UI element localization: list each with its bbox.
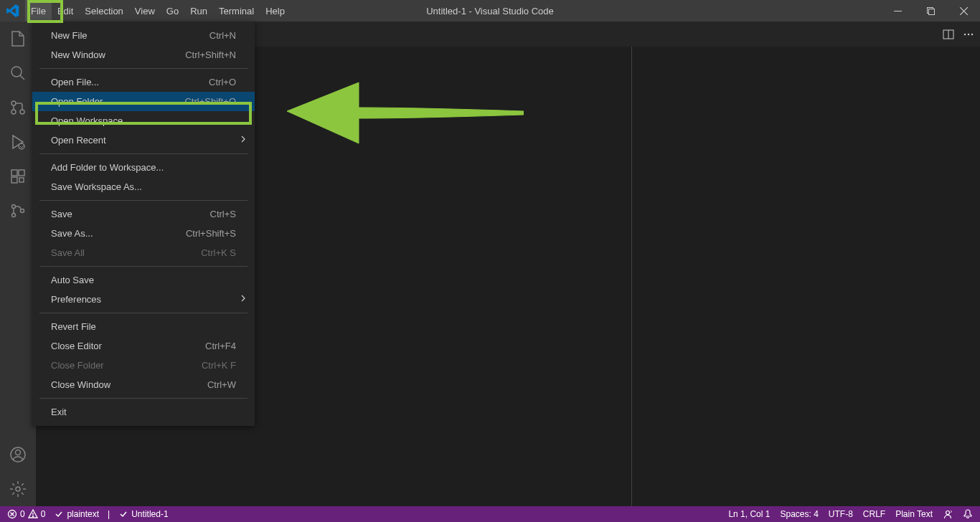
status-notifications-icon[interactable]	[963, 509, 973, 519]
errors-count: 0	[20, 509, 25, 519]
svg-point-17	[16, 487, 20, 491]
activity-search[interactable]	[0, 56, 36, 90]
menubar-item-edit[interactable]: Edit	[52, 0, 79, 22]
status-file[interactable]: Untitled-1	[118, 509, 168, 519]
menu-auto-save[interactable]: Auto Save	[32, 270, 255, 290]
menu-item-label: Open Workspace...	[51, 115, 131, 126]
menu-item-label: Close Window	[51, 379, 110, 390]
menubar-item-selection[interactable]: Selection	[79, 0, 128, 22]
vscode-logo-icon	[0, 4, 25, 17]
menu-revert-file[interactable]: Revert File	[32, 317, 255, 336]
minimize-button[interactable]	[881, 0, 914, 22]
menu-preferences[interactable]: Preferences	[32, 290, 255, 309]
menu-item-label: Exit	[51, 407, 67, 417]
menubar: File Edit Selection View Go Run Terminal…	[25, 0, 291, 22]
language-mode-label: plaintext	[67, 509, 99, 519]
maximize-button[interactable]	[914, 0, 947, 22]
close-button[interactable]	[947, 0, 980, 22]
menu-separator	[39, 200, 248, 201]
status-problems[interactable]: 0 0	[7, 509, 45, 519]
menu-item-label: Close Folder	[51, 360, 104, 371]
activity-explorer[interactable]	[0, 22, 36, 56]
menu-close-editor[interactable]: Close Editor Ctrl+F4	[32, 336, 255, 356]
status-feedback-icon[interactable]	[943, 509, 953, 519]
menu-open-recent[interactable]: Open Recent	[32, 130, 255, 150]
svg-point-12	[12, 205, 16, 209]
menu-close-folder: Close Folder Ctrl+K F	[32, 356, 255, 375]
menu-open-workspace[interactable]: Open Workspace...	[32, 111, 255, 130]
svg-point-21	[968, 33, 969, 34]
status-spaces[interactable]: Spaces: 4	[780, 509, 818, 519]
window-controls	[881, 0, 980, 22]
svg-point-20	[964, 33, 966, 34]
menu-item-shortcut: Ctrl+Shift+S	[186, 228, 236, 239]
menu-item-label: Close Editor	[51, 341, 102, 351]
menu-separator	[39, 153, 248, 154]
menu-exit[interactable]: Exit	[32, 402, 255, 422]
svg-point-7	[19, 143, 24, 149]
status-filetype[interactable]: Plain Text	[895, 509, 933, 519]
menu-add-folder-workspace[interactable]: Add Folder to Workspace...	[32, 158, 255, 177]
menubar-item-help[interactable]: Help	[260, 0, 291, 22]
svg-point-4	[11, 101, 16, 105]
menu-save-all: Save All Ctrl+K S	[32, 243, 255, 262]
svg-point-25	[32, 516, 33, 517]
status-encoding[interactable]: UTF-8	[829, 509, 853, 519]
activity-source-control[interactable]	[0, 90, 36, 125]
menu-item-label: Open Folder...	[51, 96, 110, 107]
activity-bar	[0, 22, 36, 506]
menu-item-shortcut: Ctrl+Shift+O	[184, 96, 236, 107]
svg-rect-8	[11, 170, 17, 176]
svg-point-13	[12, 214, 16, 217]
svg-point-22	[971, 33, 973, 34]
chevron-right-icon	[239, 135, 248, 146]
menu-item-shortcut: Ctrl+F4	[205, 341, 236, 351]
status-eol[interactable]: CRLF	[863, 509, 885, 519]
activity-source-control-2[interactable]	[0, 194, 36, 228]
file-label: Untitled-1	[131, 509, 168, 519]
activity-settings[interactable]	[0, 472, 36, 506]
file-dropdown-menu: New File Ctrl+N New Window Ctrl+Shift+N …	[32, 22, 255, 426]
menu-item-label: Save All	[51, 247, 85, 258]
status-cursor[interactable]: Ln 1, Col 1	[728, 509, 770, 519]
menubar-item-terminal[interactable]: Terminal	[213, 0, 260, 22]
menu-item-label: Preferences	[51, 294, 101, 305]
menu-item-label: Auto Save	[51, 275, 94, 285]
activity-run-debug[interactable]	[0, 125, 36, 159]
activity-extensions[interactable]	[0, 159, 36, 194]
status-separator: |	[108, 509, 110, 519]
split-editor-icon[interactable]	[943, 29, 954, 40]
more-actions-icon[interactable]	[963, 29, 974, 40]
status-language-mode[interactable]: plaintext	[54, 509, 99, 519]
svg-point-26	[946, 511, 950, 515]
menu-save-as[interactable]: Save As... Ctrl+Shift+S	[32, 224, 255, 243]
svg-point-5	[20, 110, 24, 114]
svg-rect-11	[19, 178, 24, 182]
svg-rect-10	[11, 177, 17, 183]
menu-item-shortcut: Ctrl+Shift+N	[185, 49, 236, 60]
svg-point-16	[16, 450, 21, 455]
menu-save[interactable]: Save Ctrl+S	[32, 204, 255, 224]
svg-rect-2	[928, 9, 934, 14]
menu-close-window[interactable]: Close Window Ctrl+W	[32, 375, 255, 394]
menubar-item-view[interactable]: View	[129, 0, 161, 22]
svg-rect-9	[19, 170, 24, 176]
window-title: Untitled-1 - Visual Studio Code	[426, 6, 554, 16]
menu-new-window[interactable]: New Window Ctrl+Shift+N	[32, 45, 255, 65]
menubar-item-run[interactable]: Run	[184, 0, 213, 22]
menubar-item-file[interactable]: File	[25, 0, 52, 22]
activity-accounts[interactable]	[0, 437, 36, 472]
menu-new-file[interactable]: New File Ctrl+N	[32, 26, 255, 45]
menu-item-label: New File	[51, 30, 88, 41]
menu-item-shortcut: Ctrl+K S	[201, 247, 236, 258]
svg-point-6	[11, 110, 16, 114]
menu-save-workspace-as[interactable]: Save Workspace As...	[32, 177, 255, 196]
editor-pane-right[interactable]	[632, 47, 980, 506]
menu-open-file[interactable]: Open File... Ctrl+O	[32, 72, 255, 92]
menu-open-folder[interactable]: Open Folder... Ctrl+Shift+O	[32, 92, 255, 111]
menu-separator	[39, 68, 248, 69]
menubar-item-go[interactable]: Go	[161, 0, 184, 22]
menu-item-label: Open Recent	[51, 135, 106, 146]
chevron-right-icon	[239, 294, 248, 305]
menu-separator	[39, 398, 248, 399]
